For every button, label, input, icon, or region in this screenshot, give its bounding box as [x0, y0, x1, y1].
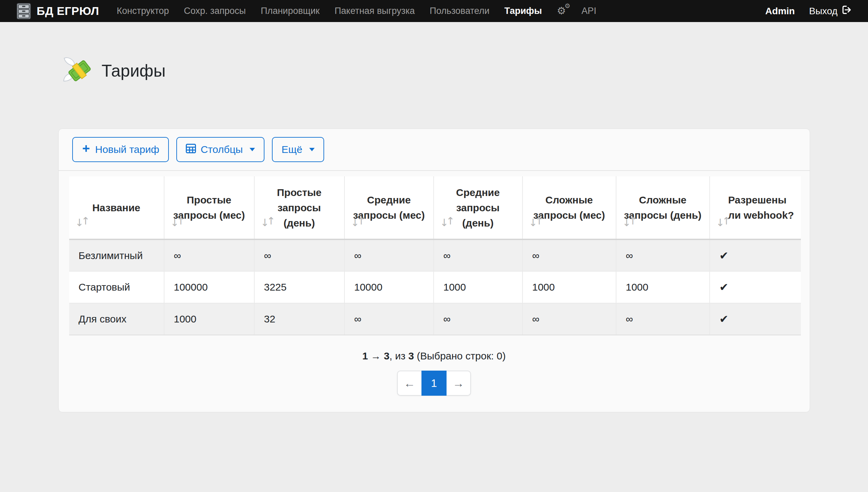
- sign-out-icon: [842, 5, 852, 17]
- nav-item-batch-export[interactable]: Пакетная выгрузка: [335, 6, 415, 16]
- page-title: Тарифы: [102, 61, 166, 81]
- sort-icon: ↓↑: [351, 217, 366, 227]
- cell-value: ∞: [344, 303, 434, 335]
- col-header-name[interactable]: ↓↑ Название: [69, 176, 164, 239]
- cell-tariff-name: Безлимитный: [69, 239, 164, 271]
- col-header-medium-queries-day[interactable]: ↓↑ Средние запросы (день): [434, 176, 522, 239]
- sort-icon: ↓↑: [529, 217, 544, 227]
- cell-value: 10000: [344, 271, 434, 303]
- money-wings-icon: [63, 56, 92, 86]
- col-header-complex-queries-month[interactable]: ↓↑ Сложные запросы (мес): [522, 176, 616, 239]
- brand-link[interactable]: БД ЕГРЮЛ: [16, 3, 99, 19]
- next-page-button[interactable]: →: [446, 371, 471, 396]
- col-header-medium-queries-month[interactable]: ↓↑ Средние запросы (мес): [344, 176, 434, 239]
- cell-value: ∞: [434, 239, 522, 271]
- new-tariff-button[interactable]: Новый тариф: [72, 137, 169, 162]
- cell-value: 1000: [616, 271, 710, 303]
- logout-label: Выход: [809, 6, 837, 17]
- col-header-webhook[interactable]: ↓↑ Разрешены ли webhook?: [710, 176, 801, 239]
- sort-icon: ↓↑: [440, 217, 455, 227]
- user-name: Admin: [765, 6, 795, 17]
- arrow-left-icon: ←: [404, 377, 415, 390]
- navbar: БД ЕГРЮЛ Конструктор Сохр. запросы Плани…: [0, 0, 868, 22]
- table-footer: 1 → 3, из 3 (Выбрано строк: 0) ← 1 →: [59, 335, 810, 412]
- cogs-icon: ⚙⚙: [557, 6, 566, 16]
- cell-value: 1000: [434, 271, 522, 303]
- table-row-unlimited[interactable]: Безлимитный ∞ ∞ ∞ ∞ ∞ ∞ ✔: [69, 239, 801, 271]
- cell-value: ∞: [522, 303, 616, 335]
- cell-value: ∞: [254, 239, 344, 271]
- more-dropdown-button[interactable]: Ещё: [272, 137, 324, 162]
- cell-tariff-name: Стартовый: [69, 271, 164, 303]
- page-1-button[interactable]: 1: [421, 371, 447, 396]
- logout-link[interactable]: Выход: [809, 5, 852, 17]
- table-row-start[interactable]: Стартовый 100000 3225 10000 1000 1000 10…: [69, 271, 801, 303]
- main-content: Тарифы Новый тариф: [58, 56, 810, 412]
- sort-icon: ↓↑: [261, 217, 275, 227]
- nav-item-scheduler[interactable]: Планировщик: [261, 6, 320, 16]
- sort-icon: ↓↑: [716, 217, 731, 227]
- cell-value: 100000: [164, 271, 254, 303]
- brand-text: БД ЕГРЮЛ: [37, 4, 99, 18]
- nav-item-api[interactable]: API: [581, 6, 596, 16]
- table-container: ↓↑ Название ↓↑ Простые запросы (мес) ↓↑ …: [59, 171, 810, 335]
- header-row: ↓↑ Название ↓↑ Простые запросы (мес) ↓↑ …: [69, 176, 801, 239]
- col-header-complex-queries-day[interactable]: ↓↑ Сложные запросы (день): [616, 176, 710, 239]
- sort-icon: ↓↑: [171, 217, 185, 227]
- caret-down-icon: [309, 148, 315, 151]
- nav-menu: Конструктор Сохр. запросы Планировщик Па…: [117, 6, 596, 17]
- cell-value: ∞: [616, 239, 710, 271]
- nav-item-tariffs[interactable]: Тарифы: [505, 6, 542, 16]
- columns-dropdown-button[interactable]: Столбцы: [176, 137, 265, 162]
- pagination-info: 1 → 3, из 3 (Выбрано строк: 0): [59, 350, 810, 362]
- plus-icon: [82, 144, 91, 155]
- arrow-right-icon: →: [453, 377, 464, 390]
- caret-down-icon: [250, 148, 255, 151]
- nav-item-saved-queries[interactable]: Сохр. запросы: [184, 6, 246, 16]
- cell-tariff-name: Для своих: [69, 303, 164, 335]
- cell-value: ∞: [616, 303, 710, 335]
- table-row-friends[interactable]: Для своих 1000 32 ∞ ∞ ∞ ∞ ✔: [69, 303, 801, 335]
- file-cabinet-icon: [16, 3, 31, 19]
- cell-webhook-check-icon: ✔: [710, 239, 801, 271]
- prev-page-button[interactable]: ←: [397, 371, 422, 396]
- cell-value: ∞: [522, 239, 616, 271]
- sort-icon: ↓↑: [75, 217, 90, 227]
- nav-item-users[interactable]: Пользователи: [430, 6, 489, 16]
- cell-webhook-check-icon: ✔: [710, 271, 801, 303]
- tariffs-card: Новый тариф Столбцы Ещё: [58, 129, 810, 412]
- cell-value: 1000: [164, 303, 254, 335]
- table-toolbar: Новый тариф Столбцы Ещё: [59, 129, 810, 171]
- cell-value: 1000: [522, 271, 616, 303]
- page-header: Тарифы: [58, 56, 810, 86]
- cell-value: ∞: [164, 239, 254, 271]
- cell-value: 32: [254, 303, 344, 335]
- cell-value: ∞: [434, 303, 522, 335]
- cell-value: ∞: [344, 239, 434, 271]
- cell-value: 3225: [254, 271, 344, 303]
- tariffs-table: ↓↑ Название ↓↑ Простые запросы (мес) ↓↑ …: [69, 176, 801, 335]
- table-grid-icon: [186, 144, 196, 156]
- nav-item-constructor[interactable]: Конструктор: [117, 6, 169, 16]
- col-header-simple-queries-month[interactable]: ↓↑ Простые запросы (мес): [164, 176, 254, 239]
- cell-webhook-check-icon: ✔: [710, 303, 801, 335]
- settings-cogs-icon[interactable]: ⚙⚙: [557, 6, 566, 17]
- sort-icon: ↓↑: [623, 217, 637, 227]
- nav-right: Admin Выход: [765, 5, 852, 17]
- col-header-simple-queries-day[interactable]: ↓↑ Простые запросы (день): [254, 176, 344, 239]
- pagination: ← 1 →: [397, 371, 471, 396]
